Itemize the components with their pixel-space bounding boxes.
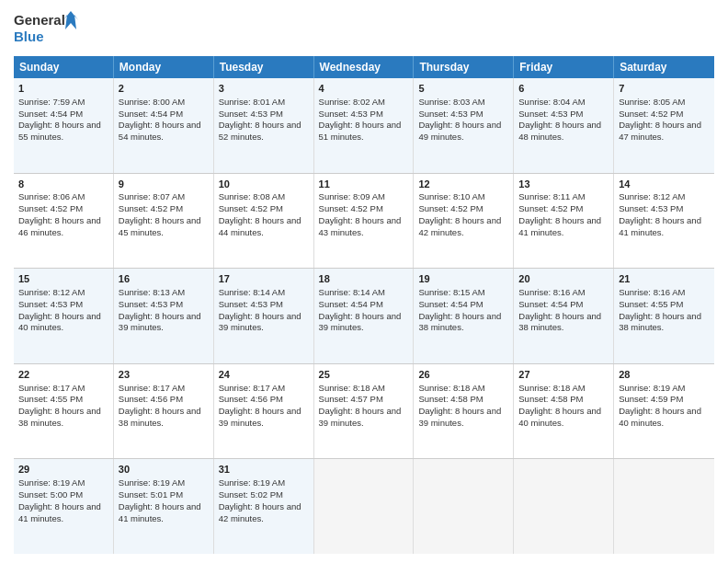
day-number: 27 <box>518 368 609 382</box>
day-cell-14: 14Sunrise: 8:12 AMSunset: 4:53 PMDayligh… <box>614 174 714 269</box>
daylight: Daylight: 8 hours and 39 minutes. <box>119 311 201 333</box>
daylight: Daylight: 8 hours and 42 minutes. <box>219 501 301 523</box>
sunset: Sunset: 4:55 PM <box>18 394 83 404</box>
daylight: Daylight: 8 hours and 43 minutes. <box>319 215 402 237</box>
header: General Blue <box>14 9 714 51</box>
day-number: 12 <box>418 178 508 191</box>
day-cell-29: 29Sunrise: 8:19 AMSunset: 5:00 PMDayligh… <box>14 459 114 554</box>
day-number: 15 <box>18 272 108 286</box>
sunrise: Sunrise: 8:09 AM <box>319 191 385 201</box>
day-number: 11 <box>319 178 409 191</box>
daylight: Daylight: 8 hours and 38 minutes. <box>18 406 101 428</box>
daylight: Daylight: 8 hours and 52 minutes. <box>219 120 301 142</box>
day-cell-22: 22Sunrise: 8:17 AMSunset: 4:55 PMDayligh… <box>14 364 114 459</box>
daylight: Daylight: 8 hours and 48 minutes. <box>518 120 601 142</box>
day-number: 8 <box>18 178 108 191</box>
day-number: 23 <box>119 368 209 382</box>
sunrise: Sunrise: 8:19 AM <box>219 477 285 488</box>
header-day-wednesday: Wednesday <box>314 56 415 78</box>
day-number: 31 <box>219 463 309 477</box>
sunrise: Sunrise: 8:10 AM <box>418 191 484 201</box>
day-cell-8: 8Sunrise: 8:06 AMSunset: 4:52 PMDaylight… <box>14 174 114 269</box>
sunset: Sunset: 4:55 PM <box>619 299 683 309</box>
svg-text:General: General <box>14 12 65 28</box>
sunset: Sunset: 4:53 PM <box>518 109 583 119</box>
sunrise: Sunrise: 8:18 AM <box>418 383 484 393</box>
sunrise: Sunrise: 8:14 AM <box>319 287 385 297</box>
day-number: 3 <box>219 82 309 96</box>
daylight: Daylight: 8 hours and 41 minutes. <box>18 501 101 523</box>
sunset: Sunset: 4:54 PM <box>319 299 383 309</box>
day-number: 13 <box>518 178 609 191</box>
sunrise: Sunrise: 8:14 AM <box>219 287 285 297</box>
empty-cell-w4-c6 <box>614 459 714 554</box>
sunrise: Sunrise: 8:19 AM <box>18 477 85 488</box>
day-cell-3: 3Sunrise: 8:01 AMSunset: 4:53 PMDaylight… <box>214 78 314 173</box>
header-day-sunday: Sunday <box>14 56 114 78</box>
calendar: SundayMondayTuesdayWednesdayThursdayFrid… <box>14 56 714 554</box>
daylight: Daylight: 8 hours and 39 minutes. <box>219 311 301 333</box>
sunrise: Sunrise: 8:12 AM <box>18 287 85 297</box>
sunset: Sunset: 4:56 PM <box>119 394 183 404</box>
sunset: Sunset: 4:54 PM <box>418 299 483 309</box>
day-cell-17: 17Sunrise: 8:14 AMSunset: 4:53 PMDayligh… <box>214 269 314 363</box>
sunset: Sunset: 4:59 PM <box>619 394 683 404</box>
day-cell-12: 12Sunrise: 8:10 AMSunset: 4:52 PMDayligh… <box>414 174 514 269</box>
daylight: Daylight: 8 hours and 49 minutes. <box>418 120 501 142</box>
daylight: Daylight: 8 hours and 39 minutes. <box>319 311 402 333</box>
empty-cell-w4-c5 <box>514 459 614 554</box>
sunrise: Sunrise: 8:11 AM <box>518 191 585 201</box>
sunset: Sunset: 4:53 PM <box>119 299 183 309</box>
day-cell-21: 21Sunrise: 8:16 AMSunset: 4:55 PMDayligh… <box>614 269 714 363</box>
daylight: Daylight: 8 hours and 45 minutes. <box>119 215 201 237</box>
calendar-body: 1Sunrise: 7:59 AMSunset: 4:54 PMDaylight… <box>14 78 714 554</box>
sunrise: Sunrise: 8:04 AM <box>518 97 585 107</box>
sunset: Sunset: 4:52 PM <box>219 203 283 213</box>
daylight: Daylight: 8 hours and 38 minutes. <box>119 406 201 428</box>
day-number: 6 <box>518 82 609 96</box>
week-row-2: 8Sunrise: 8:06 AMSunset: 4:52 PMDaylight… <box>14 174 714 270</box>
day-number: 14 <box>619 178 710 191</box>
sunrise: Sunrise: 8:12 AM <box>619 191 685 201</box>
day-number: 30 <box>119 463 209 477</box>
day-cell-23: 23Sunrise: 8:17 AMSunset: 4:56 PMDayligh… <box>114 364 214 459</box>
day-number: 18 <box>319 272 409 286</box>
day-number: 20 <box>518 272 609 286</box>
sunset: Sunset: 4:58 PM <box>518 394 583 404</box>
day-cell-5: 5Sunrise: 8:03 AMSunset: 4:53 PMDaylight… <box>414 78 514 173</box>
sunrise: Sunrise: 8:05 AM <box>619 97 685 107</box>
day-number: 25 <box>319 368 409 382</box>
sunrise: Sunrise: 8:08 AM <box>219 191 285 201</box>
sunrise: Sunrise: 8:00 AM <box>119 97 185 107</box>
sunrise: Sunrise: 8:17 AM <box>219 383 285 393</box>
calendar-header: SundayMondayTuesdayWednesdayThursdayFrid… <box>14 56 714 78</box>
day-cell-30: 30Sunrise: 8:19 AMSunset: 5:01 PMDayligh… <box>114 459 214 554</box>
daylight: Daylight: 8 hours and 40 minutes. <box>619 406 701 428</box>
day-cell-7: 7Sunrise: 8:05 AMSunset: 4:52 PMDaylight… <box>614 78 714 173</box>
header-day-friday: Friday <box>514 56 614 78</box>
sunset: Sunset: 4:53 PM <box>619 203 683 213</box>
daylight: Daylight: 8 hours and 40 minutes. <box>518 406 601 428</box>
day-number: 22 <box>18 368 108 382</box>
daylight: Daylight: 8 hours and 39 minutes. <box>319 406 402 428</box>
logo: General Blue <box>14 9 78 51</box>
day-cell-1: 1Sunrise: 7:59 AMSunset: 4:54 PMDaylight… <box>14 78 114 173</box>
day-cell-2: 2Sunrise: 8:00 AMSunset: 4:54 PMDaylight… <box>114 78 214 173</box>
sunset: Sunset: 5:00 PM <box>18 489 83 500</box>
sunrise: Sunrise: 8:18 AM <box>319 383 385 393</box>
day-number: 24 <box>219 368 309 382</box>
daylight: Daylight: 8 hours and 38 minutes. <box>418 311 501 333</box>
daylight: Daylight: 8 hours and 42 minutes. <box>418 215 501 237</box>
daylight: Daylight: 8 hours and 38 minutes. <box>518 311 601 333</box>
day-number: 28 <box>619 368 710 382</box>
daylight: Daylight: 8 hours and 41 minutes. <box>119 501 201 523</box>
day-number: 9 <box>119 178 209 191</box>
sunrise: Sunrise: 8:18 AM <box>518 383 585 393</box>
day-cell-15: 15Sunrise: 8:12 AMSunset: 4:53 PMDayligh… <box>14 269 114 363</box>
sunset: Sunset: 4:53 PM <box>219 109 283 119</box>
header-day-saturday: Saturday <box>614 56 714 78</box>
header-day-tuesday: Tuesday <box>214 56 314 78</box>
daylight: Daylight: 8 hours and 39 minutes. <box>219 406 301 428</box>
daylight: Daylight: 8 hours and 41 minutes. <box>518 215 601 237</box>
day-number: 5 <box>418 82 508 96</box>
